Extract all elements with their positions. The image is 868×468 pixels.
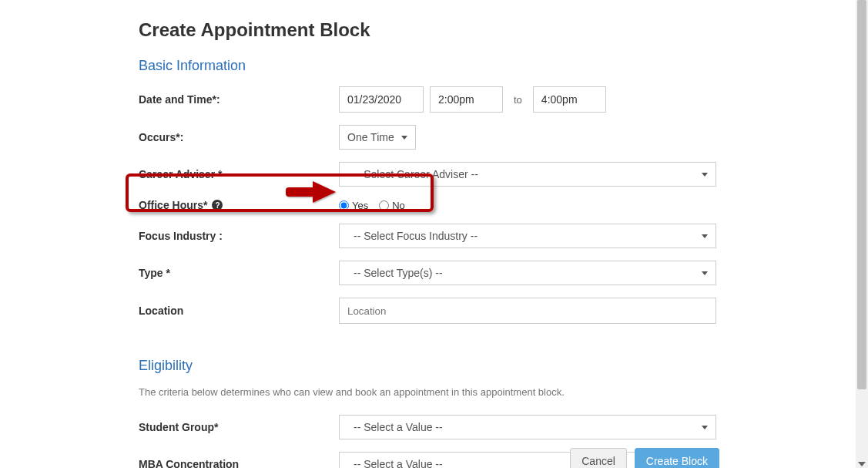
- cancel-button[interactable]: Cancel: [570, 448, 627, 468]
- scrollbar-thumb[interactable]: [857, 0, 866, 389]
- career-adviser-placeholder: -- Select Career Adviser --: [347, 168, 478, 180]
- section-heading-basic: Basic Information: [139, 58, 732, 74]
- row-career-adviser: Career Adviser * -- Select Career Advise…: [139, 162, 732, 187]
- radio-no[interactable]: [379, 200, 389, 210]
- label-mba-concentration: MBA Concentration: [139, 458, 339, 468]
- help-icon[interactable]: ?: [212, 200, 223, 210]
- radio-no-label: No: [392, 200, 405, 211]
- scrollbar-arrow-down-icon[interactable]: [858, 462, 866, 466]
- student-group-select[interactable]: -- Select a Value --: [339, 415, 716, 439]
- focus-industry-placeholder: -- Select Focus Industry --: [347, 230, 478, 242]
- career-adviser-select[interactable]: -- Select Career Adviser --: [339, 162, 716, 187]
- footer-buttons: Cancel Create Block: [570, 448, 719, 468]
- caret-down-icon: [702, 173, 708, 177]
- row-focus-industry: Focus Industry : -- Select Focus Industr…: [139, 224, 732, 248]
- start-time-input[interactable]: [430, 86, 503, 113]
- label-location: Location: [139, 305, 339, 317]
- student-group-placeholder: -- Select a Value --: [347, 421, 443, 433]
- create-block-button[interactable]: Create Block: [635, 448, 719, 468]
- type-placeholder: -- Select Type(s) --: [347, 267, 443, 279]
- type-select[interactable]: -- Select Type(s) --: [339, 261, 716, 285]
- caret-down-icon: [702, 234, 708, 238]
- focus-industry-select[interactable]: -- Select Focus Industry --: [339, 224, 716, 248]
- location-input[interactable]: [339, 298, 716, 324]
- date-input[interactable]: [339, 86, 424, 113]
- radio-no-item[interactable]: No: [379, 200, 405, 211]
- row-student-group: Student Group* -- Select a Value --: [139, 415, 732, 439]
- row-type: Type * -- Select Type(s) --: [139, 261, 732, 285]
- to-label: to: [514, 94, 522, 106]
- label-student-group: Student Group*: [139, 421, 339, 433]
- caret-down-icon: [702, 426, 708, 429]
- row-office-hours: Office Hours* ? Yes No: [139, 199, 732, 211]
- radio-yes[interactable]: [339, 200, 349, 210]
- occurs-value: One Time: [347, 131, 394, 143]
- mba-concentration-placeholder: -- Select a Value --: [347, 458, 443, 468]
- label-date-time: Date and Time*:: [139, 93, 339, 106]
- label-office-hours-text: Office Hours*: [139, 199, 207, 211]
- caret-down-icon: [702, 271, 708, 275]
- eligibility-description: The criteria below determines who can vi…: [139, 386, 732, 398]
- label-type: Type *: [139, 267, 339, 279]
- occurs-select[interactable]: One Time: [339, 125, 416, 150]
- office-hours-radio-group: Yes No: [339, 200, 405, 211]
- radio-yes-label: Yes: [352, 200, 368, 211]
- row-location: Location: [139, 298, 732, 324]
- label-office-hours: Office Hours* ?: [139, 199, 339, 211]
- end-time-input[interactable]: [533, 86, 606, 113]
- section-heading-eligibility: Eligibility: [139, 358, 732, 374]
- label-career-adviser: Career Adviser *: [139, 168, 339, 180]
- row-occurs: Occurs*: One Time: [139, 125, 732, 150]
- label-occurs: Occurs*:: [139, 131, 339, 143]
- radio-yes-item[interactable]: Yes: [339, 200, 368, 211]
- label-focus-industry: Focus Industry :: [139, 230, 339, 242]
- caret-down-icon: [401, 136, 407, 140]
- page-title: Create Appointment Block: [139, 19, 732, 41]
- scrollbar[interactable]: [856, 0, 868, 468]
- row-date-time: Date and Time*: to: [139, 86, 732, 113]
